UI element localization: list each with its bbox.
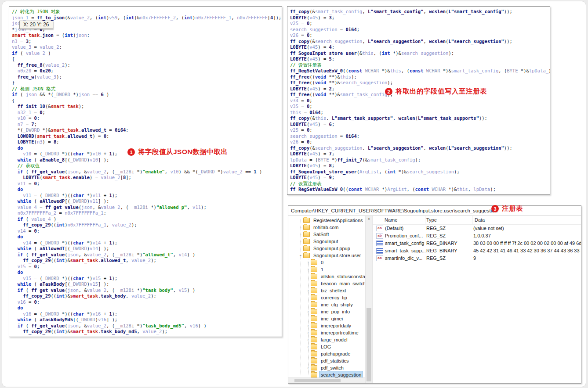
chevron-right-icon[interactable]: › — [305, 336, 311, 343]
code-line[interactable]: ff_init_10(&smart_task); — [12, 104, 282, 110]
chevron-right-icon[interactable]: › — [305, 329, 311, 336]
code-line[interactable]: ff_free((void **)&this); — [290, 74, 550, 80]
chevron-right-icon[interactable]: › — [298, 224, 303, 231]
tree-item-allskin_statusiconstatis[interactable]: allskin_statusiconstatis — [288, 273, 365, 280]
tree-item-beacon_main_switch[interactable]: beacon_main_switch — [288, 280, 365, 287]
value-row-smartinfo_dic_v...[interactable]: absmartinfo_dic_v...REG_SZ9 — [373, 255, 581, 262]
code-line[interactable]: while ( aTaskBody[(_DWORD)v15] ); — [12, 281, 282, 287]
tree-item-ime_cfg_shiply[interactable]: ime_cfg_shiply — [288, 301, 365, 308]
code-line[interactable]: v11 = 0; — [12, 181, 282, 187]
code-line[interactable]: LOBYTE(v45) = 3; — [290, 15, 550, 21]
code-line[interactable]: if ( ff_get_value(json, &value_2, (__m12… — [12, 287, 282, 294]
tree-item-LOG[interactable]: ›LOG — [288, 343, 365, 350]
code-line[interactable]: value_4 = ff_get_value(json, &value_2, (… — [12, 205, 282, 211]
tree-item-large_model[interactable]: ›large_model — [288, 336, 365, 343]
code-line[interactable]: ff_RegSetValueExW_0((const WCHAR *)ArgLi… — [290, 187, 550, 193]
code-line[interactable]: LOBYTE(n3) = 8; — [12, 139, 282, 145]
tree-item-SogouInput.store.user[interactable]: ›SogouInput.store.user — [288, 252, 365, 259]
tree-item-SalSoft[interactable]: ›SalSoft — [288, 231, 365, 238]
code-line[interactable]: n0x7FFFFFFFa_2 = n0x7FFFFFFFa_1; — [12, 210, 282, 216]
value-row-Promotion_conf...[interactable]: abPromotion_conf...REG_SZ1.0.0.37 — [373, 232, 581, 240]
code-line[interactable]: v11 = (_DWORD *)((char *)v11 + 1); — [12, 193, 282, 199]
chevron-right-icon[interactable]: › — [298, 238, 303, 245]
code-line[interactable]: do — [12, 187, 282, 193]
code-line[interactable]: ff_copy_29((int)&smart_task.allowed_t, v… — [12, 258, 282, 264]
code-line[interactable]: // 获取值 — [12, 163, 282, 169]
code-line[interactable]: this = 0i64; — [290, 110, 550, 116]
code-line[interactable]: LOBYTE(v45) = 6; — [290, 122, 550, 128]
tree-item-imereportdaily[interactable]: ›imereportdaily — [288, 322, 365, 329]
code-line[interactable]: search_suggestion = 0i64; — [290, 27, 550, 33]
tree-item-pdf_switch[interactable]: ›pdf_switch — [288, 364, 365, 371]
code-line[interactable]: if ( value_4 ) — [12, 216, 282, 223]
code-line[interactable]: v15 = 0; — [12, 264, 282, 270]
code-line[interactable]: smart_task.json = (int)json; — [12, 32, 282, 39]
scrollbar-thumb[interactable] — [367, 308, 371, 382]
code-line[interactable]: LOBYTE(v45) = 5; — [290, 56, 550, 62]
code-line[interactable]: v14 = 0; — [12, 228, 282, 234]
code-line[interactable]: { — [12, 98, 282, 104]
chevron-right-icon[interactable]: › — [305, 259, 311, 266]
code-line[interactable]: LOBYTE(smart_task.enable) = value_2[8]; — [12, 175, 282, 181]
code-line[interactable]: while ( aAllowedT[(_DWORD)v14] ); — [12, 246, 282, 252]
code-line[interactable]: LOBYTE(v45) = 4; — [290, 44, 550, 50]
code-line[interactable]: if ( ff_get_value(json, &value_2, (__m12… — [12, 323, 282, 329]
code-line[interactable]: do — [12, 269, 282, 276]
value-row-(Default)[interactable]: ab(Default)REG_SZ(value not set) — [373, 225, 581, 232]
code-line[interactable]: n0x20 = 0x20; — [12, 68, 282, 74]
code-line[interactable]: ff_copy(&search_suggestion, L"search_sug… — [290, 39, 550, 45]
code-line[interactable]: // 转化为 JSON 对象 — [12, 9, 282, 15]
tree-item-ime_pop_info[interactable]: ›ime_pop_info — [288, 308, 365, 315]
tree-item-search_suggestion[interactable]: search_suggestion — [288, 371, 365, 378]
code-line[interactable]: while ( aTaskBodyMd5[(_DWORD)v16] ); — [12, 317, 282, 323]
code-line[interactable]: ff_free_8(value_2); — [12, 62, 282, 68]
code-line[interactable]: ff_copy_29((int)n0x7FFFFFFFa_1, value_2)… — [12, 222, 282, 228]
chevron-right-icon[interactable]: › — [305, 322, 311, 329]
tree-item-biz_shellext[interactable]: ›biz_shellext — [288, 287, 365, 294]
tree-item-pdf_statistics[interactable]: pdf_statistics — [288, 357, 365, 364]
code-line[interactable]: v25 = 0; — [290, 127, 550, 133]
code-line[interactable]: search_suggestion = 0i64; — [290, 133, 550, 140]
code-line[interactable]: value_3 = value_2; — [12, 44, 282, 50]
code-line[interactable]: ff_copy_29((int)&smart_task.task_body_md… — [12, 329, 282, 335]
code-line[interactable]: LOWORD(smart_task.allowed_t) = 0; — [12, 133, 282, 140]
code-line[interactable]: v15 = (_DWORD *)((char *)v15 + 1); — [12, 276, 282, 282]
tree-item-0[interactable]: ›0 — [288, 259, 365, 266]
code-line[interactable]: if ( ff_get_value(json, &value_2, (__m12… — [12, 169, 282, 175]
code-line[interactable]: LOBYTE(v45) = 7; — [290, 151, 550, 157]
tree-vertical-scrollbar[interactable]: ▲ — [365, 216, 373, 383]
code-line[interactable]: v16 = (_DWORD *)((char *)v16 + 1); — [12, 311, 282, 317]
code-line[interactable]: // 设置注册表 — [290, 181, 550, 187]
code-line[interactable]: v34 = 0; — [290, 98, 550, 104]
column-header-type[interactable]: Type — [425, 216, 472, 224]
value-row-smart_task_config[interactable]: smart_task_configREG_BINARY38 03 00 00 f… — [373, 240, 581, 247]
tree-item-SogouInput[interactable]: ›SogouInput — [288, 238, 365, 245]
code-line[interactable]: v25 = 0; — [290, 21, 550, 27]
code-line[interactable]: free_w(value_3); — [12, 74, 282, 80]
code-line[interactable]: while ( aEnable_8[(_DWORD)v10] ); — [12, 157, 282, 163]
column-header-data[interactable]: Data — [472, 216, 581, 224]
code-line[interactable]: lpData = (BYTE *)ff_init_7(&smart_task_c… — [290, 157, 550, 163]
scrollbar-thumb[interactable] — [294, 379, 341, 382]
tree-item-1[interactable]: ›1 — [288, 266, 365, 273]
code-line[interactable]: // 检测 JSON 格式 — [12, 86, 282, 92]
code-line[interactable]: ff_copy(&search_suggestion, L"search_sug… — [290, 145, 550, 151]
column-header-name[interactable]: Name — [373, 216, 425, 224]
code-line[interactable]: ff_copy(&this, L"smart_task_supports", w… — [290, 115, 550, 122]
chevron-right-icon[interactable]: › — [305, 308, 311, 315]
code-line[interactable]: // 设置注册表 — [290, 62, 550, 68]
code-line[interactable]: ff_free((void **)&search_suggestion); — [290, 80, 550, 86]
code-line[interactable]: v10 = 0; — [12, 115, 282, 122]
chevron-right-icon[interactable]: › — [298, 231, 303, 238]
code-line[interactable]: while ( aAllowedP[(_DWORD)v11] ); — [12, 198, 282, 205]
code-line[interactable]: ff_SogouInput_store_user(&this, (int *)&… — [290, 50, 550, 57]
tree-horizontal-scrollbar[interactable] — [288, 377, 365, 383]
code-line[interactable]: if ( json && *(_DWORD *)json == 6 ) — [12, 92, 282, 98]
code-line[interactable]: n3 = 3; — [12, 39, 282, 45]
tree-item-currency_tip[interactable]: currency_tip — [288, 294, 365, 301]
registry-address-bar[interactable]: Computer\HKEY_CURRENT_USER\SOFTWARE\Sogo… — [288, 206, 581, 216]
code-line[interactable]: v26 = 0; — [290, 139, 550, 145]
tree-item-patchupgrade[interactable]: patchupgrade — [288, 350, 365, 357]
code-line[interactable]: if ( value_2 ) — [12, 50, 282, 57]
code-line[interactable]: LOBYTE(v45) = 8; — [290, 163, 550, 169]
